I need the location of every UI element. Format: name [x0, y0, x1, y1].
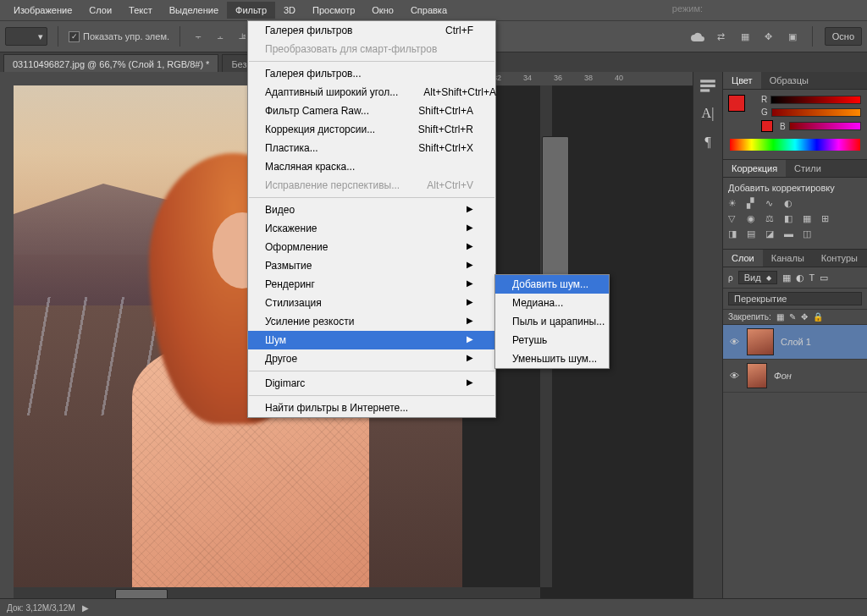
layer-row[interactable]: 👁 Фон [723, 360, 867, 393]
filter-menu-item[interactable]: Искажение▶ [248, 219, 495, 238]
filter-menu-item[interactable]: Галерея фильтровCtrl+F [248, 21, 495, 40]
document-tab-active[interactable]: 03110496827.jpg @ 66,7% (Слой 1, RGB/8#)… [3, 54, 218, 73]
visibility-icon[interactable]: 👁 [728, 337, 740, 347]
visibility-icon[interactable]: 👁 [728, 371, 740, 381]
noise-menu-item[interactable]: Пыль и царапины... [495, 312, 609, 331]
fg-bg-swatches[interactable] [728, 95, 754, 120]
filter-menu-item[interactable]: Digimarc▶ [248, 374, 495, 393]
layers-tab[interactable]: Слои [723, 250, 763, 267]
layer-filter-kind[interactable]: Вид◆ [738, 271, 777, 284]
filter-menu-item[interactable]: Шум▶ [248, 331, 495, 349]
noise-menu-item[interactable]: Медиана... [495, 294, 609, 312]
filter-menu-item[interactable]: Оформление▶ [248, 238, 495, 256]
ruler-vertical[interactable] [0, 85, 14, 599]
cloud-icon[interactable] [690, 29, 705, 44]
vibrance-icon[interactable]: ▽ [728, 213, 742, 225]
character-icon[interactable]: A| [699, 106, 717, 124]
layer-row[interactable]: 👁 Слой 1 [723, 325, 867, 360]
filter-type-icon[interactable]: T [809, 272, 815, 283]
exposure-icon[interactable]: ◐ [784, 198, 798, 210]
layer-thumbnail[interactable] [747, 328, 774, 355]
filter-shape-icon[interactable]: ▭ [820, 272, 828, 283]
menu-layers[interactable]: Слои [80, 2, 120, 19]
filter-menu-item[interactable]: Коррекция дисторсии...Shift+Ctrl+R [248, 120, 495, 139]
filter-menu-item[interactable]: Галерея фильтров... [248, 64, 495, 83]
noise-menu-item[interactable]: Добавить шум... [495, 275, 609, 294]
r-slider[interactable] [770, 96, 861, 104]
show-controls-checkbox[interactable]: ✓ Показать упр. элем. [69, 31, 169, 42]
grid-icon[interactable]: ▦ [737, 29, 753, 44]
checkbox-icon: ✓ [69, 31, 80, 42]
swap-icon[interactable]: ⇄ [714, 29, 729, 44]
filter-menu-item[interactable]: Стилизация▶ [248, 294, 495, 312]
gradient-map-icon[interactable]: ▬ [784, 228, 798, 240]
menu-3d[interactable]: 3D [275, 2, 304, 19]
status-arrow-icon[interactable]: ▶ [82, 603, 89, 613]
filter-menu-item[interactable]: Видео▶ [248, 201, 495, 219]
filter-menu-item[interactable]: Найти фильтры в Интернете... [248, 399, 495, 417]
color-panel-tabs: Цвет Образцы [723, 72, 867, 90]
lock-pixels-icon[interactable]: ▦ [776, 312, 784, 322]
swatches-tab[interactable]: Образцы [761, 72, 817, 89]
menu-text[interactable]: Текст [120, 2, 161, 19]
styles-tab[interactable]: Стили [786, 160, 830, 177]
curves-icon[interactable]: ∿ [765, 198, 779, 210]
photo-filter-icon[interactable]: ▦ [803, 213, 816, 225]
scrollbar-horizontal[interactable] [14, 587, 540, 599]
balance-icon[interactable]: ⚖ [765, 213, 779, 225]
levels-icon[interactable]: ▞ [747, 198, 760, 210]
channels-tab[interactable]: Каналы [763, 250, 813, 267]
menu-help[interactable]: Справка [402, 2, 456, 19]
filter-menu-item[interactable]: Фильтр Camera Raw...Shift+Ctrl+A [248, 102, 495, 120]
filter-menu-item[interactable]: Пластика...Shift+Ctrl+X [248, 139, 495, 157]
lock-move-icon[interactable]: ✥ [801, 312, 808, 322]
tool-preset-picker[interactable]: ▾ [5, 27, 47, 46]
filter-menu-item[interactable]: Адаптивный широкий угол...Alt+Shift+Ctrl… [248, 83, 495, 102]
menu-window[interactable]: Окно [363, 2, 402, 19]
align-icon-2[interactable]: ⫠ [213, 29, 228, 44]
anchor-icon[interactable]: ✥ [761, 29, 776, 44]
bw-icon[interactable]: ◧ [784, 213, 798, 225]
noise-menu-item[interactable]: Уменьшить шум... [495, 349, 609, 368]
g-slider[interactable] [771, 108, 861, 117]
invert-icon[interactable]: ◨ [728, 228, 742, 240]
color-tab[interactable]: Цвет [723, 72, 761, 89]
menu-select[interactable]: Выделение [161, 2, 227, 19]
layer-list: 👁 Слой 1 👁 Фон [723, 325, 867, 599]
layer-name: Слой 1 [781, 337, 811, 347]
r-label: R [761, 95, 767, 104]
filter-adjust-icon[interactable]: ◐ [796, 272, 804, 283]
color-ramp[interactable] [730, 139, 860, 151]
posterize-icon[interactable]: ▤ [747, 228, 760, 240]
noise-menu-item[interactable]: Ретушь [495, 331, 609, 349]
layer-thumbnail[interactable] [747, 363, 767, 388]
b-slider[interactable] [789, 122, 861, 130]
adjustments-tab[interactable]: Коррекция [723, 160, 786, 177]
filter-menu-item[interactable]: Другое▶ [248, 349, 495, 368]
ruler-tick: 38 [584, 74, 593, 82]
camera-icon[interactable]: ▣ [785, 29, 800, 44]
lock-all-icon[interactable]: 🔒 [813, 312, 823, 322]
selective-icon[interactable]: ◫ [803, 228, 816, 240]
brightness-icon[interactable]: ☀ [728, 198, 742, 210]
align-icon-1[interactable]: ⫟ [191, 29, 206, 44]
filter-image-icon[interactable]: ▦ [782, 272, 791, 283]
blend-mode-select[interactable]: Перекрытие [728, 292, 862, 305]
filter-menu-item[interactable]: Усиление резкости▶ [248, 312, 495, 331]
threshold-icon[interactable]: ◪ [765, 228, 779, 240]
paths-tab[interactable]: Контуры [813, 250, 866, 267]
hue-icon[interactable]: ◉ [747, 213, 760, 225]
menu-image[interactable]: Изображение [5, 2, 80, 19]
history-icon[interactable] [699, 77, 717, 96]
filter-menu-item[interactable]: Рендеринг▶ [248, 275, 495, 294]
menu-view[interactable]: Просмотр [304, 2, 363, 19]
filter-menu-item[interactable]: Размытие▶ [248, 256, 495, 275]
filter-menu-item[interactable]: Масляная краска... [248, 157, 495, 176]
menu-filter[interactable]: Фильтр [227, 2, 275, 19]
mixer-icon[interactable]: ⊞ [821, 213, 835, 225]
lock-brush-icon[interactable]: ✎ [789, 312, 796, 322]
lock-label: Закрепить: [728, 312, 771, 322]
paragraph-icon[interactable]: ¶ [699, 135, 717, 153]
doc-size: Док: 3,12M/3,12M [7, 603, 75, 613]
workspace-switcher[interactable]: Осно [825, 27, 862, 46]
